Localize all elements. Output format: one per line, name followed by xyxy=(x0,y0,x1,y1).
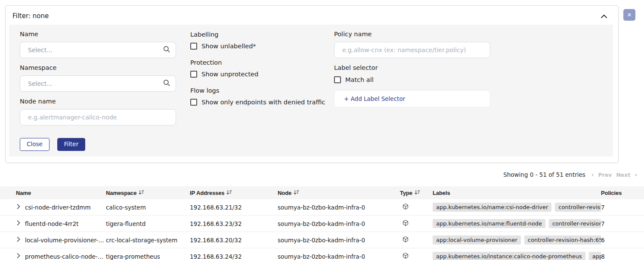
label-chip: app.kubernetes.io/instance:calico-node-p… xyxy=(433,252,585,260)
chevron-right-icon xyxy=(17,220,20,227)
match-all-checkbox[interactable] xyxy=(334,76,341,83)
show-unprotected-label: Show unprotected xyxy=(201,71,258,78)
chevron-right-icon xyxy=(17,253,20,260)
label-chip: app.kubernetes.io/name:fluentd-node xyxy=(433,219,545,228)
next-chevron-icon[interactable]: › xyxy=(635,172,637,178)
denied-traffic-row: Show only endpoints with denied traffic xyxy=(190,99,325,106)
labelling-section-label: Labelling xyxy=(190,31,219,38)
node-name-input[interactable] xyxy=(28,114,170,121)
chevron-up-icon xyxy=(601,13,607,19)
endpoint-name: fluentd-node-4rr2t xyxy=(25,220,106,227)
policy-name-field-label: Policy name xyxy=(334,31,372,38)
add-label-selector-button[interactable]: + Add Label Selector xyxy=(334,90,490,107)
expand-row-button[interactable] xyxy=(17,204,20,210)
collapse-panel-button[interactable] xyxy=(599,13,609,19)
table-row: local-volume-provisioner-… crc-local-sto… xyxy=(0,232,644,248)
name-select xyxy=(20,42,176,58)
denied-traffic-label: Show only endpoints with denied traffic xyxy=(201,99,325,106)
sort-icon[interactable] xyxy=(294,190,299,196)
endpoint-name: local-volume-provisioner-… xyxy=(25,237,106,244)
endpoint-namespace: calico-system xyxy=(106,204,190,211)
close-panel-x-button[interactable]: ✕ xyxy=(623,9,635,21)
namespace-select-input[interactable] xyxy=(28,80,163,87)
label-chip: controller-revision-hash:65… xyxy=(524,235,601,244)
endpoint-node: soumya-bz-0zbo-kadm-infra-0 xyxy=(278,253,400,260)
endpoint-policies-count: 6 xyxy=(601,237,644,244)
match-all-label: Match all xyxy=(345,76,374,83)
endpoint-ip: 192.168.63.20/32 xyxy=(190,237,278,244)
sort-icon[interactable] xyxy=(415,190,420,196)
filter-panel: Filter: none Name Namespace Node name xyxy=(5,5,619,163)
endpoint-policies-count: 7 xyxy=(601,220,644,227)
chevron-right-icon xyxy=(17,204,20,210)
col-header-ip-addresses[interactable]: IP Addresses xyxy=(190,190,224,196)
col-header-type[interactable]: Type xyxy=(400,190,412,196)
denied-traffic-checkbox[interactable] xyxy=(190,99,197,106)
endpoint-node: soumya-bz-0zbo-kadm-infra-0 xyxy=(278,237,400,244)
search-icon xyxy=(163,45,170,55)
endpoint-policies-count: 7 xyxy=(601,204,644,211)
show-unprotected-checkbox[interactable] xyxy=(190,71,197,78)
label-selector-section-label: Label selector xyxy=(334,64,378,71)
pod-type-icon xyxy=(402,221,409,228)
label-chip: controller-revision-… xyxy=(549,219,601,228)
match-all-row: Match all xyxy=(334,76,374,83)
label-chip: app:local-volume-provisioner xyxy=(433,235,521,244)
endpoint-namespace: crc-local-storage-system xyxy=(106,237,190,244)
filter-panel-title: Filter: none xyxy=(12,12,49,20)
endpoint-namespace: tigera-fluentd xyxy=(106,220,190,227)
expand-row-button[interactable] xyxy=(17,237,20,243)
col-header-policies[interactable]: Policies xyxy=(601,190,622,196)
endpoints-table: Name Namespace IP Addresses Node Type La… xyxy=(0,186,644,260)
flow-logs-section-label: Flow logs xyxy=(190,87,219,94)
search-icon xyxy=(163,79,170,88)
table-row: csi-node-driver-tzdmm calico-system 192.… xyxy=(0,199,644,216)
label-chip: app.… xyxy=(589,252,601,260)
filter-form: Name Namespace Node name Close Filt xyxy=(9,25,613,157)
namespace-select xyxy=(20,75,176,92)
prev-chevron-icon[interactable]: ‹ xyxy=(591,172,594,178)
expand-row-button[interactable] xyxy=(17,220,20,227)
node-name-input-wrap xyxy=(20,109,176,125)
endpoint-name: csi-node-driver-tzdmm xyxy=(25,204,106,211)
filter-button[interactable]: Filter xyxy=(57,138,85,151)
close-button[interactable]: Close xyxy=(20,138,50,151)
chevron-right-icon xyxy=(17,237,20,243)
endpoint-ip: 192.168.63.24/32 xyxy=(190,253,278,260)
endpoint-namespace: tigera-prometheus xyxy=(106,253,190,260)
pagination-bar: Showing 0 - 51 of 51 entries ‹ Prev Next… xyxy=(503,171,637,178)
show-unlabelled-row: Show unlabelled* xyxy=(190,43,256,50)
show-unprotected-row: Show unprotected xyxy=(190,71,258,78)
endpoint-node: soumya-bz-0zbo-kadm-infra-0 xyxy=(278,204,400,211)
entries-summary: Showing 0 - 51 of 51 entries xyxy=(503,171,585,178)
namespace-field-label: Namespace xyxy=(20,64,56,71)
col-header-namespace[interactable]: Namespace xyxy=(106,190,136,196)
sort-icon[interactable] xyxy=(139,190,144,196)
endpoint-name: prometheus-calico-node-… xyxy=(25,253,106,260)
pod-type-icon xyxy=(402,237,409,244)
show-unlabelled-checkbox[interactable] xyxy=(190,43,197,50)
sort-icon[interactable] xyxy=(226,190,232,196)
endpoint-node: soumya-bz-0zbo-kadm-infra-0 xyxy=(278,220,400,227)
col-header-node[interactable]: Node xyxy=(278,190,291,196)
endpoint-ip: 192.168.63.23/32 xyxy=(190,220,278,227)
label-chip: app.kubernetes.io/name:csi-node-driver xyxy=(433,203,551,212)
protection-section-label: Protection xyxy=(190,59,222,66)
expand-row-button[interactable] xyxy=(17,253,20,260)
node-name-field-label: Node name xyxy=(20,98,56,105)
endpoint-ip: 192.168.63.21/32 xyxy=(190,204,278,211)
table-row: fluentd-node-4rr2t tigera-fluentd 192.16… xyxy=(0,216,644,232)
show-unlabelled-label: Show unlabelled* xyxy=(201,43,256,50)
name-select-input[interactable] xyxy=(28,47,163,53)
col-header-labels[interactable]: Labels xyxy=(433,190,450,196)
policy-name-input[interactable] xyxy=(342,47,485,53)
label-chip: controller-revisi… xyxy=(555,203,601,212)
col-header-name[interactable]: Name xyxy=(16,190,31,196)
close-icon: ✕ xyxy=(627,12,632,18)
policy-name-input-wrap xyxy=(334,42,490,58)
endpoint-policies-count: 8 xyxy=(601,253,644,260)
table-row: prometheus-calico-node-… tigera-promethe… xyxy=(0,248,644,260)
prev-page-button[interactable]: Prev xyxy=(598,172,612,178)
table-header-row: Name Namespace IP Addresses Node Type La… xyxy=(0,186,644,199)
next-page-button[interactable]: Next xyxy=(616,172,630,178)
